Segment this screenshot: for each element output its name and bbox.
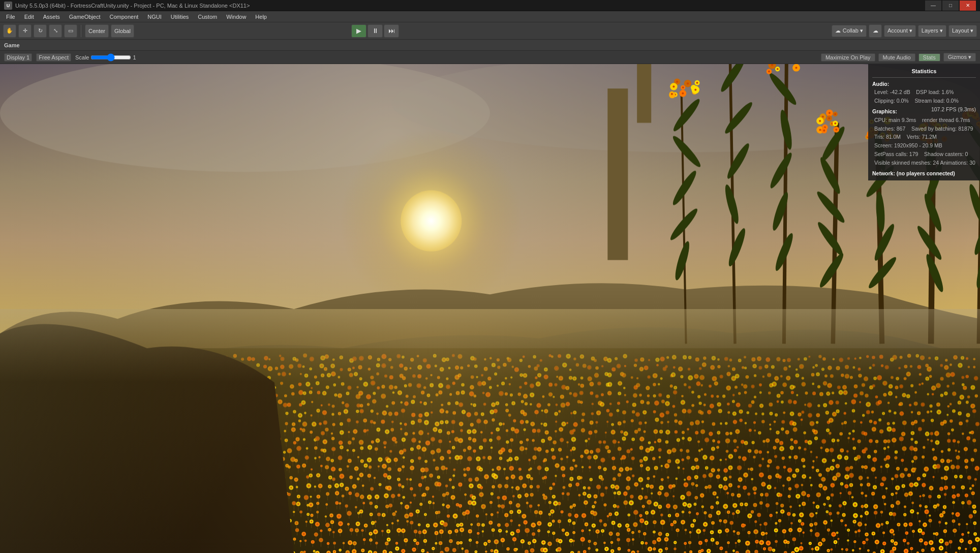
collab-dropdown[interactable]: ☁ Collab ▾	[832, 25, 867, 37]
cpu-text: CPU: main 9.3ms	[874, 117, 916, 123]
layout-dropdown[interactable]: Layout ▾	[948, 25, 977, 37]
saved-batching-text: Saved by batching: 81879	[911, 126, 973, 132]
gizmos-button[interactable]: Gizmos ▾	[943, 53, 976, 62]
layout-label: Layout ▾	[952, 27, 973, 34]
layers-label: Layers ▾	[922, 27, 943, 34]
collab-label: Collab ▾	[843, 27, 863, 34]
menu-utilities[interactable]: Utilities	[167, 13, 193, 21]
move-tool-button[interactable]: ✛	[18, 24, 32, 38]
collab-icon: ☁	[835, 27, 841, 34]
layers-dropdown[interactable]: Layers ▾	[918, 25, 946, 37]
toolbar-right: ☁ Collab ▾ ☁ Account ▾ Layers ▾ Layout ▾	[832, 24, 977, 38]
scale-control: Scale 1	[75, 53, 136, 62]
stream-text: Stream load: 0.0%	[914, 98, 958, 104]
stats-title: Statistics	[872, 67, 976, 78]
statistics-panel: Statistics Audio: Level: -42.2 dB DSP lo…	[868, 64, 980, 180]
verts-text: Verts: 71.2M	[907, 134, 937, 140]
render-thread-text: render thread 6.7ms	[922, 117, 970, 123]
account-dropdown[interactable]: Account ▾	[884, 25, 916, 37]
clipping-text: Clipping: 0.0%	[874, 98, 909, 104]
aspect-dropdown[interactable]: Free Aspect	[36, 53, 71, 62]
game-panel-header: Game	[0, 40, 980, 51]
center-toggle-button[interactable]: Center	[85, 24, 109, 38]
audio-section-label: Audio:	[872, 80, 976, 88]
title-bar: U Unity 5.5.0p3 (64bit) - FortressCraftU…	[0, 0, 980, 11]
pause-button[interactable]: ⏸	[368, 24, 383, 38]
aspect-selector: Free Aspect	[36, 53, 71, 62]
scale-label: Scale	[75, 54, 89, 60]
play-controls: ▶ ⏸ ⏭	[351, 24, 399, 38]
toolbar: ✋ ✛ ↻ ⤡ ▭ Center Global ▶ ⏸ ⏭ ☁ Collab ▾…	[0, 22, 980, 40]
scale-slider[interactable]	[90, 53, 131, 62]
close-button[interactable]: ✕	[960, 1, 976, 11]
menu-component[interactable]: Component	[105, 13, 142, 21]
tris-row: Tris: 81.0M Verts: 71.2M	[872, 133, 976, 141]
viewport-wrapper[interactable]: Statistics Audio: Level: -42.2 dB DSP lo…	[0, 64, 980, 553]
setpass-text: SetPass calls: 179	[874, 151, 918, 157]
menu-ngui[interactable]: NGUI	[143, 13, 166, 21]
shadow-text: Shadow casters: 0	[924, 151, 968, 157]
display-selector: Display 1	[4, 53, 32, 62]
audio-clipping: Clipping: 0.0% Stream load: 0.0%	[872, 97, 976, 105]
graphics-section-label: Graphics:	[872, 107, 897, 116]
global-toggle-button[interactable]: Global	[111, 24, 134, 38]
window-title: Unity 5.5.0p3 (64bit) - FortressCraftUni…	[15, 3, 250, 9]
game-play-bar: Display 1 Free Aspect Scale 1 Maximize O…	[0, 51, 980, 64]
cloud-button[interactable]: ☁	[869, 24, 882, 38]
account-label: Account ▾	[887, 27, 912, 34]
audio-level: Level: -42.2 dB DSP load: 1.6%	[872, 88, 976, 97]
menu-gameobject[interactable]: GameObject	[65, 13, 105, 21]
app-icon: U	[4, 2, 12, 10]
screen-row: Screen: 1920x950 - 20.9 MB	[872, 141, 976, 150]
fps-text: 107.2 FPS (9.3ms)	[931, 105, 976, 116]
mute-audio-button[interactable]: Mute Audio	[878, 53, 915, 62]
setpass-row: SetPass calls: 179 Shadow casters: 0	[872, 150, 976, 159]
menu-assets[interactable]: Assets	[39, 13, 64, 21]
play-button[interactable]: ▶	[351, 24, 366, 38]
display-dropdown[interactable]: Display 1	[4, 53, 32, 62]
play-bar-right: Maximize On Play Mute Audio Stats Gizmos…	[821, 53, 976, 62]
menu-window[interactable]: Window	[222, 13, 250, 21]
menu-custom[interactable]: Custom	[194, 13, 221, 21]
separator-1	[81, 25, 81, 37]
scale-tool-button[interactable]: ⤡	[49, 24, 62, 38]
visible-skinned-row: Visible skinned meshes: 24 Animations: 3…	[872, 159, 976, 167]
menu-bar: File Edit Assets GameObject Component NG…	[0, 11, 980, 22]
rotate-tool-button[interactable]: ↻	[34, 24, 47, 38]
maximize-on-play-button[interactable]: Maximize On Play	[821, 53, 875, 62]
game-canvas	[0, 64, 980, 553]
menu-edit[interactable]: Edit	[20, 13, 38, 21]
tris-text: Tris: 81.0M	[874, 134, 901, 140]
dsp-text: DSP load: 1.6%	[916, 89, 954, 95]
window-controls: — □ ✕	[925, 1, 976, 11]
maximize-button[interactable]: □	[942, 1, 959, 11]
scale-value: 1	[133, 54, 136, 60]
rect-tool-button[interactable]: ▭	[64, 24, 77, 38]
menu-help[interactable]: Help	[251, 13, 271, 21]
graphics-header-row: Graphics: 107.2 FPS (9.3ms)	[872, 105, 976, 116]
menu-file[interactable]: File	[2, 13, 19, 21]
minimize-button[interactable]: —	[925, 1, 941, 11]
game-panel-title: Game	[4, 42, 20, 48]
step-button[interactable]: ⏭	[384, 24, 399, 38]
cpu-row: CPU: main 9.3ms render thread 6.7ms	[872, 116, 976, 125]
batches-row: Batches: 867 Saved by batching: 81879	[872, 125, 976, 133]
game-area: Game Display 1 Free Aspect Scale 1 Maxim…	[0, 40, 980, 553]
hand-tool-button[interactable]: ✋	[3, 24, 16, 38]
network-label: Network: (no players connected)	[872, 169, 976, 178]
level-text: Level: -42.2 dB	[874, 89, 910, 95]
main-layout: Game Display 1 Free Aspect Scale 1 Maxim…	[0, 40, 980, 553]
stats-button[interactable]: Stats	[918, 53, 940, 62]
batches-text: Batches: 867	[874, 126, 905, 132]
